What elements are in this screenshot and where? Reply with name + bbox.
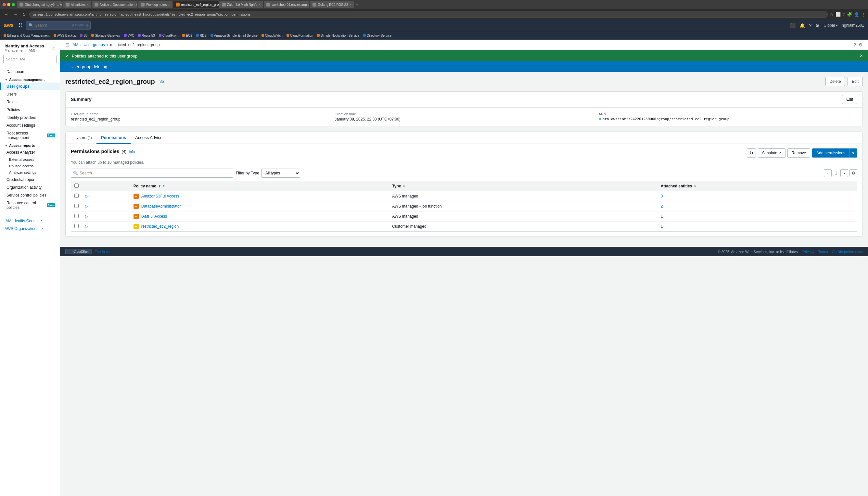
row-expand-3[interactable]: ▷ bbox=[82, 221, 130, 232]
profile-icon[interactable]: 👤 bbox=[854, 12, 859, 17]
browser-tab-1[interactable]: Giải phóng tài nguyên :: AW... × bbox=[17, 1, 62, 8]
edit-button[interactable]: Edit bbox=[848, 77, 863, 86]
attached-entities-link-0[interactable]: 3 bbox=[661, 194, 663, 199]
attached-entities-link-2[interactable]: 1 bbox=[661, 214, 663, 219]
browser-tab-6[interactable]: Zalo - Lê Minh Nghĩa × bbox=[219, 1, 263, 8]
table-settings-icon[interactable]: ⚙ bbox=[850, 169, 857, 177]
bookmark-rds[interactable]: RDS bbox=[195, 33, 208, 38]
sidebar-section-access-management[interactable]: ▼ Access management bbox=[0, 76, 60, 82]
help-icon[interactable]: ? bbox=[809, 23, 811, 28]
row-expand-2[interactable]: ▷ bbox=[82, 212, 130, 221]
aws-search-bar[interactable]: 🔍 [Option+S] bbox=[26, 21, 91, 30]
sidebar-item-users[interactable]: Users bbox=[0, 90, 60, 98]
menu-toggle-icon[interactable]: ☰ bbox=[65, 42, 69, 47]
row-select-0[interactable] bbox=[74, 193, 79, 198]
bookmark-vpc[interactable]: VPC bbox=[123, 33, 136, 38]
arn-copy-icon[interactable]: ⧉ bbox=[599, 117, 601, 121]
settings-gear-icon[interactable]: ⚙ bbox=[858, 42, 863, 47]
help-circle-icon[interactable]: ? bbox=[853, 42, 856, 47]
back-button[interactable]: ← bbox=[3, 11, 10, 17]
sidebar-search-input[interactable] bbox=[3, 55, 57, 63]
bookmark-route53[interactable]: Route 53 bbox=[137, 33, 157, 38]
tab-access-advisor[interactable]: Access Advisor bbox=[130, 132, 168, 144]
sidebar-item-scp[interactable]: Service control policies bbox=[0, 191, 60, 199]
maximize-window-btn[interactable] bbox=[12, 3, 15, 6]
page-info-link[interactable]: Info bbox=[157, 79, 164, 84]
address-input[interactable] bbox=[29, 11, 828, 18]
alert-success-close[interactable]: × bbox=[860, 53, 863, 59]
bookmark-cloudwatch[interactable]: CloudWatch bbox=[260, 33, 284, 38]
terms-link[interactable]: Terms bbox=[818, 250, 828, 254]
bookmark-ec2[interactable]: EC2 bbox=[181, 33, 193, 38]
bookmark-storage-gateway[interactable]: Storage Gateway bbox=[90, 33, 122, 38]
tab-close-6[interactable]: × bbox=[259, 3, 261, 6]
summary-edit-button[interactable]: Edit bbox=[842, 95, 857, 104]
prev-page-button[interactable]: ‹ bbox=[824, 169, 832, 177]
add-permissions-button[interactable]: Add permissions bbox=[812, 149, 849, 157]
browser-tab-5[interactable]: restricted_ec2_region_grou... × bbox=[173, 1, 219, 8]
sidebar-item-org-activity[interactable]: Organization activity bbox=[0, 184, 60, 191]
bookmark-s3[interactable]: S3 bbox=[78, 33, 89, 38]
permissions-info-link[interactable]: Info bbox=[129, 150, 135, 154]
bookmark-directory[interactable]: Directory Service bbox=[361, 33, 393, 38]
row-select-3[interactable] bbox=[74, 224, 79, 228]
tab-permissions[interactable]: Permissions bbox=[96, 132, 130, 144]
sidebar-item-credential-report[interactable]: Credential report bbox=[0, 176, 60, 184]
permissions-search-input[interactable] bbox=[71, 169, 233, 178]
close-window-btn[interactable] bbox=[3, 3, 6, 6]
breadcrumb-user-groups-link[interactable]: User groups bbox=[83, 43, 105, 47]
next-page-button[interactable]: › bbox=[840, 169, 848, 177]
sidebar-section-access-reports[interactable]: ▼ Access reports bbox=[0, 142, 60, 149]
policy-link-0[interactable]: AmazonS3FullAccess bbox=[141, 194, 179, 199]
attached-entities-link-3[interactable]: 1 bbox=[661, 224, 663, 229]
row-expand-1[interactable]: ▷ bbox=[82, 201, 130, 212]
tab-users[interactable]: Users (1) bbox=[71, 132, 96, 144]
cloudshell-button[interactable]: ⬛ CloudShell bbox=[65, 249, 92, 254]
tab-close-4[interactable]: × bbox=[168, 3, 170, 6]
th-policy-name[interactable]: Policy name ⬆ ↗ bbox=[130, 181, 389, 191]
browser-tab-2[interactable]: All articles × bbox=[63, 1, 91, 8]
remove-button[interactable]: Remove bbox=[788, 149, 810, 157]
browser-tab-8[interactable]: Golang EC2 RDS S3 × bbox=[310, 1, 354, 8]
tab-close-8[interactable]: × bbox=[350, 3, 352, 6]
forward-button[interactable]: → bbox=[12, 11, 19, 17]
type-filter-select[interactable]: All types bbox=[261, 169, 300, 178]
browser-tab-3[interactable]: Notice :: Documentation for ... × bbox=[92, 1, 137, 8]
sidebar-aws-organizations-link[interactable]: AWS Organizations ↗ bbox=[0, 225, 60, 233]
bookmark-cloudformation[interactable]: CloudFormation bbox=[285, 33, 315, 38]
sidebar-item-identity-providers[interactable]: Identity providers bbox=[0, 114, 60, 122]
th-type[interactable]: Type ▾ bbox=[389, 181, 657, 191]
feedback-link[interactable]: Feedback bbox=[94, 250, 110, 254]
sidebar-collapse-button[interactable]: ◁ bbox=[52, 45, 55, 51]
attached-entities-link-1[interactable]: 2 bbox=[661, 204, 663, 208]
region-selector[interactable]: Global ▾ bbox=[823, 23, 838, 28]
th-attached-entities[interactable]: Attached entities ▾ bbox=[657, 181, 857, 191]
extensions-icon[interactable]: 🧩 bbox=[847, 12, 852, 17]
sidebar-item-roles[interactable]: Roles bbox=[0, 98, 60, 106]
menu-icon[interactable]: ⋮ bbox=[861, 12, 865, 17]
simulate-button[interactable]: Simulate ↗ bbox=[758, 149, 786, 157]
row-select-2[interactable] bbox=[74, 214, 79, 218]
new-tab-button[interactable]: + bbox=[354, 2, 360, 7]
sidebar-item-policies[interactable]: Policies bbox=[0, 106, 60, 114]
bookmark-ses[interactable]: Amazon Simple Email Service bbox=[209, 33, 259, 38]
cloudshell-icon[interactable]: ⬛ bbox=[790, 23, 795, 28]
tab-close-2[interactable]: × bbox=[87, 3, 89, 6]
sidebar-iam-identity-center-link[interactable]: IAM Identity Center ↗ bbox=[0, 217, 60, 225]
sidebar-item-root-access[interactable]: Root access management New bbox=[0, 129, 60, 142]
screenshot-icon[interactable]: ⬜ bbox=[836, 12, 841, 17]
sidebar-item-dashboard[interactable]: Dashboard bbox=[0, 68, 60, 76]
bookmark-backup[interactable]: AWS Backup bbox=[52, 33, 78, 38]
settings-icon[interactable]: ⚙ bbox=[816, 23, 820, 28]
delete-button[interactable]: Delete bbox=[825, 77, 845, 86]
select-all-checkbox[interactable] bbox=[74, 184, 79, 188]
add-permissions-dropdown[interactable]: ▾ bbox=[849, 149, 857, 157]
sidebar-item-user-groups[interactable]: User groups bbox=[0, 82, 60, 90]
services-menu-button[interactable]: ⠿ bbox=[18, 22, 22, 29]
notifications-icon[interactable]: 🔔 bbox=[800, 23, 805, 28]
refresh-button[interactable]: ↻ bbox=[747, 149, 756, 157]
row-select-1[interactable] bbox=[74, 204, 79, 208]
sidebar-sub-external-access[interactable]: External access bbox=[0, 156, 60, 163]
cookie-preferences-link[interactable]: Cookie preferences bbox=[832, 250, 863, 254]
user-menu[interactable]: nghialm2601 bbox=[842, 23, 864, 28]
